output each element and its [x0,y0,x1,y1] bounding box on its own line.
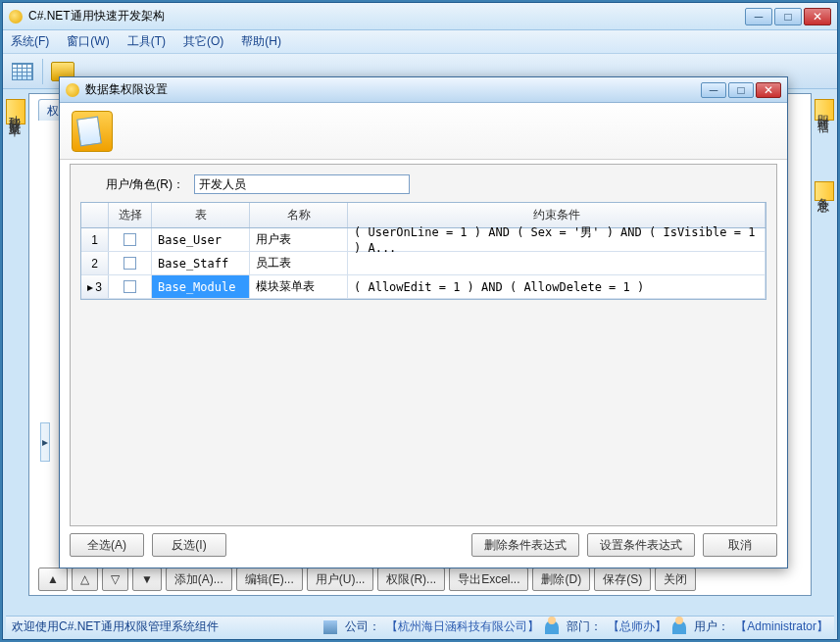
row-condition: ( AllowEdit = 1 ) AND ( AllowDelete = 1 … [348,275,766,298]
row-condition: ( UserOnLine = 1 ) AND ( Sex = '男' ) AND… [348,228,766,251]
row-number: 2 [81,252,109,274]
main-title: C#.NET通用快速开发架构 [28,8,745,25]
app-icon [9,10,23,24]
cancel-button[interactable]: 取消 [703,533,777,557]
export-button[interactable]: 导出Excel... [449,568,528,591]
dialog-title-bar: 数据集权限设置 ─ □ ✕ [60,77,787,103]
last-button[interactable]: ▼ [132,568,162,591]
expand-handle[interactable]: ▸ [40,422,50,462]
row-table: Base_Staff [152,252,250,274]
dialog-title: 数据集权限设置 [85,81,701,98]
dept-value[interactable]: 【总师办】 [608,618,667,635]
permission-dialog: 数据集权限设置 ─ □ ✕ 用户/角色(R)： 选择 表 名称 约束条件 1Ba… [59,76,788,568]
header-table[interactable]: 表 [152,203,250,227]
header-rownum [81,203,109,227]
user-button[interactable]: 用户(U)... [307,568,374,591]
user-icon [672,620,686,634]
first-button[interactable]: ▲ [38,568,68,591]
grid-tool-icon[interactable] [9,58,36,85]
dialog-close-button[interactable]: ✕ [756,82,781,98]
menu-other[interactable]: 其它(O) [183,33,223,50]
set-condition-button[interactable]: 设置条件表达式 [587,533,695,557]
main-title-bar: C#.NET通用快速开发架构 ─ □ ✕ [3,3,837,30]
company-icon [323,620,337,634]
dialog-footer: 全选(A) 反选(I) 删除条件表达式 设置条件表达式 取消 [70,530,777,560]
menu-system[interactable]: 系统(F) [11,33,49,50]
row-table: Base_Module [152,275,250,298]
menu-tools[interactable]: 工具(T) [127,33,166,50]
table-row[interactable]: 1Base_User用户表( UserOnLine = 1 ) AND ( Se… [81,228,766,252]
right-side-tab-1[interactable]: 即时通信 [815,99,834,121]
table-row[interactable]: 2Base_Staff员工表 [81,252,766,275]
row-checkbox[interactable] [124,280,136,293]
separator [42,59,43,84]
perm-button[interactable]: 权限(R)... [377,568,445,591]
role-label: 用户/角色(R)： [106,176,184,193]
user-label: 用户： [694,618,729,635]
role-row: 用户/角色(R)： [106,174,766,194]
status-welcome: 欢迎使用C#.NET通用权限管理系统组件 [12,618,219,635]
next-button[interactable]: ▽ [102,568,128,591]
row-checkbox-cell [109,252,152,274]
minimize-button[interactable]: ─ [745,8,772,25]
right-side-tab-2[interactable]: 备忘录 [815,181,834,201]
row-name: 员工表 [250,252,348,274]
prev-button[interactable]: △ [72,568,98,591]
dialog-icon [66,83,79,97]
delete-button[interactable]: 删除(D) [532,568,590,591]
row-table: Base_User [152,228,250,251]
row-checkbox[interactable] [124,233,136,246]
status-bar: 欢迎使用C#.NET通用权限管理系统组件 公司： 【杭州海日涵科技有限公司】 部… [6,616,834,637]
user-value[interactable]: 【Administrator】 [735,618,828,635]
row-number: 1 [81,228,109,251]
dialog-minimize-button[interactable]: ─ [701,82,726,98]
dialog-body: 用户/角色(R)： 选择 表 名称 约束条件 1Base_User用户表( Us… [70,164,777,526]
data-grid: 选择 表 名称 约束条件 1Base_User用户表( UserOnLine =… [80,202,766,300]
company-label: 公司： [345,618,380,635]
header-name[interactable]: 名称 [250,203,348,227]
delete-condition-button[interactable]: 删除条件表达式 [471,533,579,557]
menu-window[interactable]: 窗口(W) [67,33,109,50]
row-condition [348,252,766,274]
menu-help[interactable]: 帮助(H) [241,33,281,50]
add-button[interactable]: 添加(A)... [166,568,232,591]
row-name: 用户表 [250,228,348,251]
row-number: ▸3 [81,275,109,298]
table-row[interactable]: ▸3Base_Module模块菜单表( AllowEdit = 1 ) AND … [81,275,766,299]
edit-button[interactable]: 编辑(E)... [236,568,303,591]
close-main-button[interactable]: 关闭 [655,568,696,591]
menu-bar: 系统(F) 窗口(W) 工具(T) 其它(O) 帮助(H) [3,30,837,54]
row-name: 模块菜单表 [250,275,348,298]
row-checkbox-cell [109,228,152,251]
dialog-maximize-button[interactable]: □ [728,82,754,98]
banner-icon [72,111,113,152]
header-select[interactable]: 选择 [109,203,152,227]
select-all-button[interactable]: 全选(A) [70,533,144,557]
dept-label: 部门： [567,618,602,635]
save-button[interactable]: 保存(S) [594,568,651,591]
left-side-tab[interactable]: 功能导航菜单 [6,99,25,124]
bottom-toolbar: ▲ △ ▽ ▼ 添加(A)... 编辑(E)... 用户(U)... 权限(R)… [38,565,802,594]
maximize-button[interactable]: □ [774,8,802,25]
dept-icon [545,620,559,634]
invert-button[interactable]: 反选(I) [152,533,226,557]
dialog-banner [60,103,787,160]
role-input[interactable] [194,174,410,194]
row-checkbox[interactable] [124,257,136,270]
close-button[interactable]: ✕ [804,8,831,25]
row-checkbox-cell [109,275,152,298]
company-value[interactable]: 【杭州海日涵科技有限公司】 [386,618,539,635]
